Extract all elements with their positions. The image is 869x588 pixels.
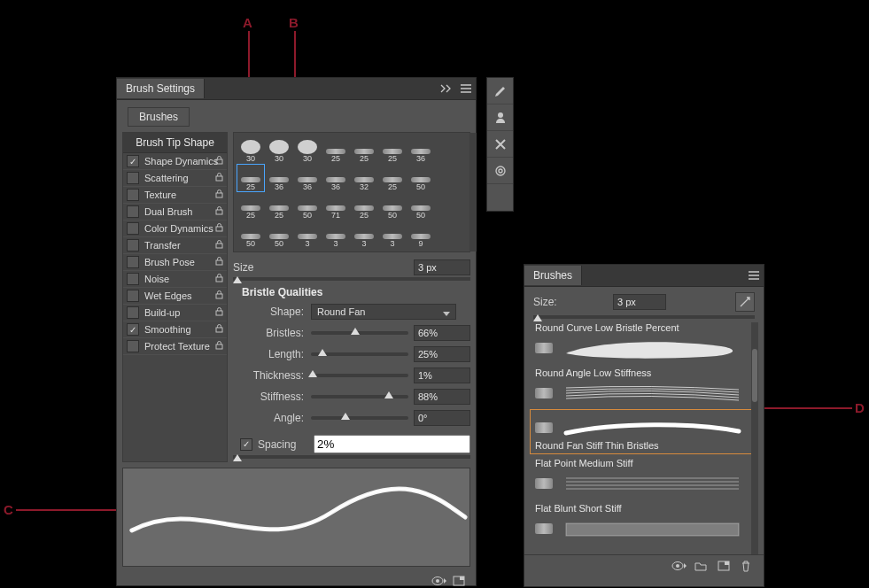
live-tip-preview-icon[interactable] [735,292,755,312]
spacing-field[interactable] [314,435,470,453]
lock-icon[interactable] [215,257,223,267]
brush-tip[interactable]: 50 [294,193,321,220]
brush-tip[interactable]: 36 [407,136,434,163]
brush-tip[interactable]: 25 [237,165,264,191]
brush-tip[interactable]: 25 [379,165,406,191]
brush-tip[interactable]: 25 [266,193,292,220]
angle-slider[interactable] [311,416,408,420]
size-field[interactable] [414,259,470,275]
lock-icon[interactable] [215,274,223,284]
option-checkbox[interactable] [127,222,139,235]
lock-icon[interactable] [215,240,223,251]
option-checkbox[interactable] [127,189,139,201]
lock-icon[interactable] [215,341,223,352]
brush-tip[interactable]: 9 [407,221,434,248]
brush-tip[interactable]: 71 [322,193,349,220]
brush-preset[interactable]: Round Fan Stiff Thin Bristles [530,409,758,454]
option-checkbox[interactable] [127,340,139,352]
option-wet-edges[interactable]: Wet Edges [123,288,227,305]
delete-brush-icon[interactable] [741,561,755,573]
option-scattering[interactable]: Scattering [123,170,227,187]
brush-preset[interactable]: Round Curve Low Bristle Percent [530,322,758,364]
stiffness-field[interactable] [414,389,470,405]
option-smoothing[interactable]: Smoothing [123,321,227,338]
option-checkbox[interactable] [127,205,139,218]
clone-source-icon[interactable] [487,104,513,131]
option-protect-texture[interactable]: Protect Texture [123,338,227,355]
brushes-tab[interactable]: Brushes [524,266,582,285]
option-checkbox[interactable] [127,290,139,302]
lock-icon[interactable] [215,173,223,183]
option-checkbox[interactable] [127,172,139,184]
option-noise[interactable]: Noise [123,271,227,288]
lock-icon[interactable] [215,156,223,166]
size-slider[interactable] [233,277,470,281]
brushes-panel-menu-icon[interactable] [744,266,764,285]
option-checkbox[interactable] [127,155,139,167]
option-checkbox[interactable] [127,256,139,268]
brush-tip[interactable]: 50 [407,165,434,191]
brush-tip[interactable]: 25 [322,136,349,163]
brush-tip[interactable]: 50 [266,221,292,248]
option-checkbox[interactable] [127,273,139,285]
lock-icon[interactable] [215,223,223,234]
brush-tip[interactable]: 50 [407,193,434,220]
brush-tip[interactable]: 30 [237,136,264,163]
brush-tip[interactable]: 3 [351,221,377,248]
brushes-size-slider[interactable] [533,315,755,319]
brushes-size-field[interactable] [613,294,666,310]
thickness-field[interactable] [414,368,470,383]
lock-icon[interactable] [215,307,223,318]
thickness-slider[interactable] [311,374,408,377]
bristles-slider[interactable] [311,331,408,335]
option-texture[interactable]: Texture [123,187,227,204]
panel-menu-icon[interactable] [456,79,476,98]
lock-icon[interactable] [215,290,223,301]
option-dual-brush[interactable]: Dual Brush [123,204,227,220]
shape-select[interactable]: Round Fan [311,304,456,320]
length-slider[interactable] [311,352,408,356]
option-color-dynamics[interactable]: Color Dynamics [123,220,227,237]
brush-tip[interactable]: 50 [237,221,264,248]
lock-icon[interactable] [215,206,223,217]
option-build-up[interactable]: Build-up [123,305,227,321]
option-checkbox[interactable] [127,239,139,251]
brush-tip[interactable]: 36 [266,165,292,191]
brush-panel-icon[interactable] [487,78,513,104]
spacing-checkbox[interactable] [240,438,252,451]
tip-grid-scrollbar[interactable] [469,133,477,251]
brush-tip[interactable]: 36 [294,165,321,191]
bristles-field[interactable] [414,325,470,341]
collapse-icon[interactable] [437,79,456,98]
brush-tip[interactable]: 3 [294,221,321,248]
option-checkbox[interactable] [127,323,139,336]
option-transfer[interactable]: Transfer [123,237,227,254]
brush-tip[interactable]: 25 [351,136,377,163]
lock-icon[interactable] [215,190,223,200]
brush-tip[interactable]: 32 [351,165,377,191]
toggle-preview-icon[interactable] [431,576,446,588]
brush-tip[interactable]: 30 [294,136,321,163]
angle-field[interactable] [414,410,470,426]
option-checkbox[interactable] [127,306,139,319]
brush-tip[interactable]: 25 [379,136,406,163]
new-brush-icon[interactable] [718,561,732,573]
brush-tip[interactable]: 36 [322,165,349,191]
lock-icon[interactable] [215,324,223,335]
cc-libraries-icon[interactable] [487,158,513,184]
option-brush-pose[interactable]: Brush Pose [123,254,227,271]
brush-preset[interactable]: Flat Point Medium Stiff [530,454,758,499]
preview-toggle-icon[interactable] [671,561,686,573]
brush-tip[interactable]: 3 [379,221,406,248]
brush-tip[interactable]: 50 [379,193,406,220]
new-group-icon[interactable] [694,561,709,573]
brush-tip[interactable]: 25 [237,193,264,220]
brush-tip[interactable]: 30 [266,136,292,163]
option-shape-dynamics[interactable]: Shape Dynamics [123,153,227,170]
stiffness-slider[interactable] [311,395,408,398]
brush-settings-tab[interactable]: Brush Settings [117,79,205,98]
preset-list-scrollbar[interactable] [751,322,758,554]
tool-presets-icon[interactable] [487,131,513,158]
brushes-button[interactable]: Brushes [128,107,190,127]
spacing-slider[interactable] [233,455,470,459]
